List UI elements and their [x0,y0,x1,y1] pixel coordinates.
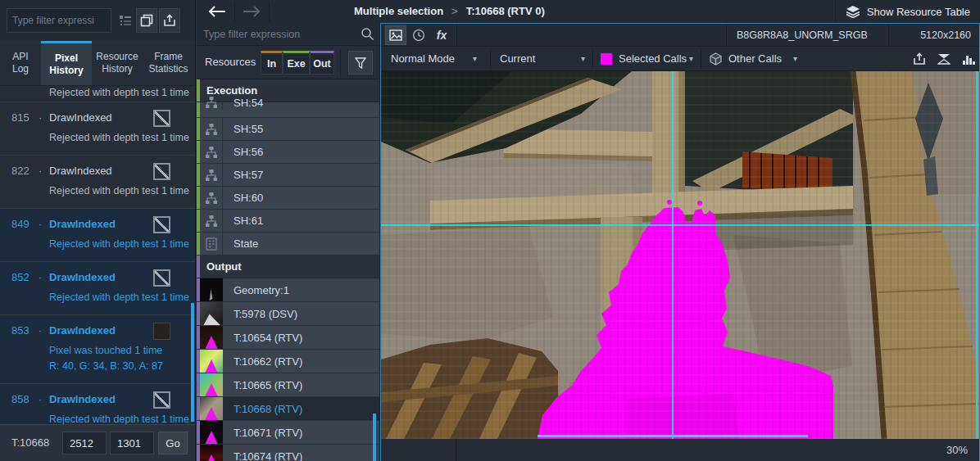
resource-label: SH:55 [234,118,263,140]
event-row-852[interactable]: 852·DrawIndexed Rejected with depth test… [0,262,195,315]
resources-title: Resources [205,56,256,68]
selected-calls-dropdown[interactable]: Selected Calls [619,47,687,71]
filter-exe-toggle[interactable]: Exe [283,51,310,75]
pixel-history-panel: API Log Pixel History Resource History F… [0,0,196,461]
filter-out-toggle[interactable]: Out [310,51,334,75]
resource-row-t10674-rtv[interactable]: T:10674 (RTV) [197,445,379,461]
filter-in-toggle[interactable]: In [261,51,283,75]
event-row-partial[interactable]: Rejected with depth test 1 time [0,86,195,102]
chevron-down-icon[interactable]: ▾ [793,47,797,71]
viewer-status-bar: 30% [381,439,979,461]
no-color-swatch-icon [153,391,170,409]
pixel-y-input[interactable] [111,432,153,454]
no-color-swatch-icon [153,110,170,127]
breadcrumb: Multiple selection>T:10668 (RTV 0) [354,0,545,23]
pixel-x-field[interactable] [62,432,107,454]
event-row-849[interactable]: 849·DrawIndexed Rejected with depth test… [0,209,195,262]
resource-row-t10662-rtv[interactable]: T:10662 (RTV) [197,350,379,373]
resource-row-sh54[interactable]: SH:54 [197,102,379,118]
cascade-windows-icon[interactable] [136,8,157,33]
fx-icon: fx [437,29,447,42]
vertical-scrollbar[interactable] [976,71,978,439]
resource-row-t10671-rtv[interactable]: T:10671 (RTV) [197,421,379,445]
history-clock-button[interactable] [408,25,429,45]
resource-row-t5978-dsv[interactable]: T:5978 (DSV) [197,302,379,326]
navigation-bar: Multiple selection>T:10668 (RTV 0) Show … [197,0,980,23]
left-list-scrollbar[interactable] [191,303,194,422]
event-row-858[interactable]: 858·DrawIndexed Rejected with depth test… [0,384,195,424]
shader-tree-icon [205,215,218,228]
resource-row-sh55[interactable]: SH:55 [197,118,379,141]
resources-list-scrollbar[interactable] [373,414,376,461]
resource-thumbnail [200,373,223,396]
resource-label: SH:54 [234,95,263,110]
breadcrumb-current-resource[interactable]: T:10668 (RTV 0) [466,5,545,17]
pixel-y-field[interactable] [110,432,154,454]
event-name: DrawIndexed [49,110,112,126]
output-section-header: Output [197,255,379,278]
pixel-x-input[interactable] [63,432,106,454]
filter-funnel-button[interactable] [348,51,373,75]
histogram-button[interactable] [958,49,978,69]
left-filter-field[interactable] [7,8,111,33]
event-row-853[interactable]: 853·DrawIndexed Pixel was touched 1 time… [0,315,195,384]
resource-row-sh56[interactable]: SH:56 [197,141,379,164]
tab-resource-history[interactable]: Resource History [92,41,143,85]
pixel-crosshair-horizontal [381,224,979,226]
pix-graphics-debugger-window: API Log Pixel History Resource History F… [0,0,980,461]
event-row-822[interactable]: 822·DrawIndexed Rejected with depth test… [0,156,195,209]
list-options-icon[interactable] [115,8,136,33]
mode-dropdown[interactable]: Normal Mode [391,47,455,71]
search-icon[interactable] [361,27,374,41]
texture-image-view[interactable] [381,71,979,439]
resource-row-sh57[interactable]: SH:57 [197,164,379,187]
pixel-coordinate-bar: T:10668 Go [0,424,195,461]
resources-filter-input[interactable] [203,23,355,46]
resource-row-sh60[interactable]: SH:60 [197,187,379,210]
pixel-crosshair-vertical [672,71,674,439]
resource-row-t10654-rtv[interactable]: T:10654 (RTV) [197,326,379,350]
zoom-level-value[interactable]: 30% [946,439,968,461]
event-id: 852 [11,269,36,286]
layers-icon [846,5,860,18]
resource-row-sh61[interactable]: SH:61 [197,210,379,233]
resource-row-t10665-rtv[interactable]: T:10665 (RTV) [197,373,379,397]
event-row-815[interactable]: 815·DrawIndexed Rejected with depth test… [0,102,195,156]
resources-panel: Resources In Exe Out Execution SH:54 SH:… [197,23,380,461]
other-calls-dropdown[interactable]: Other Calls [728,47,782,71]
back-button[interactable] [203,0,231,23]
resource-label: T:10665 (RTV) [234,373,302,396]
buffer-dropdown[interactable]: Current [500,47,535,71]
resource-row-state[interactable]: State [197,233,379,255]
histogram-icon [962,53,975,65]
shader-tree-icon [205,96,218,109]
breadcrumb-multiple-selection[interactable]: Multiple selection [354,5,443,17]
horizontal-scrollbar[interactable] [538,435,808,437]
fx-shader-button[interactable]: fx [431,25,452,45]
chevron-down-icon[interactable]: ▾ [473,47,477,71]
export-image-button[interactable] [909,49,929,69]
left-filter-input[interactable] [7,9,111,32]
go-button[interactable]: Go [158,432,188,454]
resource-row-geometry-1[interactable]: Geometry:1 [197,278,379,302]
funnel-icon [355,57,366,69]
chevron-down-icon[interactable]: ▾ [581,47,585,71]
resource-label: SH:61 [234,210,263,232]
event-bullet: · [39,163,42,179]
chevron-down-icon[interactable]: ▾ [689,47,693,71]
tab-api-log[interactable]: API Log [0,41,41,85]
viewer-toolbar: Normal Mode ▾ Current ▾ Selected Calls ▾… [381,47,979,71]
event-name: DrawIndexed [49,391,116,408]
rendered-texture-scene [381,71,979,439]
tab-frame-statistics[interactable]: Frame Statistics [143,41,194,85]
export-icon[interactable] [159,8,180,33]
breadcrumb-separator: > [443,5,466,17]
forward-button[interactable] [238,0,265,23]
resource-row-t10668-rtv-selected[interactable]: T:10668 (RTV) [197,397,379,421]
selected-calls-color-swatch[interactable] [601,53,612,65]
image-view-button[interactable] [385,25,406,45]
show-resource-table-label: Show Resource Table [867,6,970,18]
tab-pixel-history[interactable]: Pixel History [41,41,92,85]
flip-axis-button[interactable] [933,49,954,69]
show-resource-table-button[interactable]: Show Resource Table [835,0,980,23]
